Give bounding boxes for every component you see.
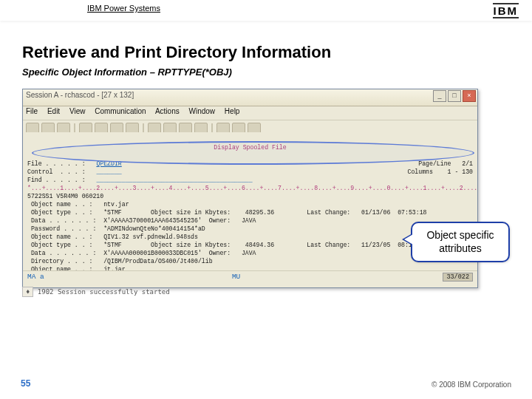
terminal-window: Session A - rchascod - [27 x 132] _ □ × … (22, 89, 478, 288)
statusbar: MA a MU 33/022 (23, 270, 477, 287)
terminal-screen: Display Spooled File File . . . . . : QP… (23, 132, 477, 274)
spool-line: Data . . . . . . : X'AAAAA000001B000033D… (27, 250, 256, 256)
maximize-button[interactable]: □ (448, 90, 461, 102)
menu-edit[interactable]: Edit (47, 107, 60, 115)
menubar[interactable]: File Edit View Communication Actions Win… (23, 106, 477, 120)
spool-line: Object type . . : *STMF Object size in K… (27, 209, 426, 216)
titlebar: Session A - rchascod - [27 x 132] _ □ × (23, 89, 477, 106)
row: Control . . . : _______Columns 1 - 130 (27, 168, 122, 175)
close-button[interactable]: × (463, 90, 476, 102)
spool-line: Data . . . . . . : X'AAAAA3700001AAA6435… (27, 217, 256, 224)
spool-line: Object name . . : QIV1.32 svf.pdnewld.94… (27, 233, 198, 240)
session-status: ♦ 1902 Session successfully started (22, 288, 477, 296)
menu-file[interactable]: File (26, 107, 38, 115)
menu-view[interactable]: View (69, 107, 86, 115)
slide-subtitle: Specific Object Information – RPTTYPE(*O… (22, 66, 232, 78)
row: Find . . . . . : _______________________… (27, 177, 253, 183)
row: File . . . . . : QPEZDIRPage/Line 2/1 (27, 160, 122, 167)
page-number: 55 (21, 378, 30, 389)
ruler: *...+....1....+....2....+....3....+....4… (27, 185, 477, 191)
ibm-logo: IBM (493, 3, 519, 18)
spool-line: Directory . . . : /QIBM/ProdData/OS400/J… (27, 258, 213, 265)
menu-actions[interactable]: Actions (155, 107, 180, 115)
status-left: MA a (27, 273, 44, 281)
status-badge: 33/022 (443, 273, 473, 282)
spool-line: Object type . . : *STMF Object size in K… (27, 242, 426, 248)
titlebar-text: Session A - rchascod - [27 x 132] (26, 91, 134, 99)
spool-line: 5722SS1 V5R4M0 060210 (27, 193, 103, 200)
spool-line: Password . . . . : *ADMINdownQteNo*40041… (27, 225, 205, 232)
status-mid: MU (232, 273, 240, 281)
menu-comm[interactable]: Communication (95, 107, 146, 115)
menu-window[interactable]: Window (189, 107, 216, 115)
menu-help[interactable]: Help (225, 107, 240, 115)
callout-box: Object specific attributes (411, 222, 510, 262)
status-icon: ♦ (22, 287, 33, 297)
copyright: © 2008 IBM Corporation (432, 381, 511, 389)
slide-title: Retrieve and Print Directory Information (22, 43, 331, 62)
brand-label: IBM Power Systems (87, 4, 160, 13)
slide-header: IBM Power Systems IBM (0, 0, 532, 21)
screen-center-title: Display Spooled File (27, 143, 473, 151)
spool-line: Object name . . : ntv.jar (27, 201, 129, 208)
minimize-button[interactable]: _ (433, 90, 446, 102)
window-controls: _ □ × (433, 90, 476, 102)
